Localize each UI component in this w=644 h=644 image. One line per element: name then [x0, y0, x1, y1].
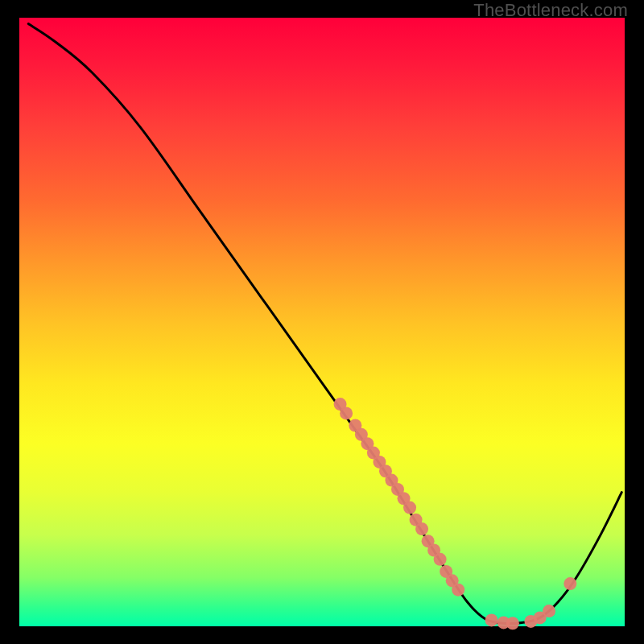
data-point [485, 613, 498, 626]
chart-svg [19, 18, 625, 626]
curve-line [28, 24, 621, 624]
data-point [415, 522, 428, 535]
data-point [543, 605, 555, 617]
data-point [564, 577, 576, 590]
chart-stage: TheBottleneck.com [0, 0, 644, 644]
data-point [340, 407, 353, 419]
data-point [434, 553, 447, 566]
plot-area [19, 18, 625, 626]
data-point [452, 584, 464, 597]
data-point [506, 617, 519, 630]
data-point [403, 502, 416, 514]
